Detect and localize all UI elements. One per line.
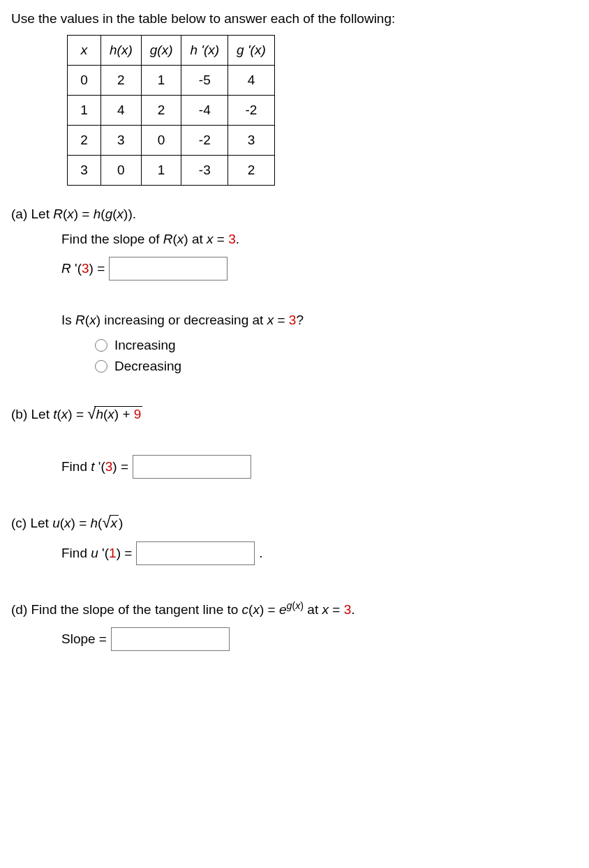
part-c-label: (c) Let: [11, 516, 52, 530]
table-cell: 1: [141, 66, 181, 96]
table-cell: 2: [68, 126, 101, 156]
table-cell: 2: [101, 66, 142, 96]
table-cell: 1: [141, 156, 181, 186]
radio-decreasing[interactable]: [95, 360, 107, 373]
period: .: [259, 546, 262, 561]
uprime1-input[interactable]: [136, 541, 255, 565]
radio-decreasing-label: Decreasing: [114, 359, 181, 374]
part-a-find: Find the slope of R(x) at x = 3.: [61, 232, 578, 247]
part-b-answer-row: Find t '(3) =: [61, 455, 578, 479]
table-cell: -2: [181, 126, 228, 156]
part-c: (c) Let u(x) = h(√x): [11, 514, 578, 532]
table-cell: -4: [181, 96, 228, 126]
table-cell: 0: [141, 126, 181, 156]
part-a-label: (a) Let: [11, 207, 53, 221]
table-cell: 4: [101, 96, 142, 126]
table-cell: 0: [68, 66, 101, 96]
table-cell: -3: [181, 156, 228, 186]
th-gprime: g '(x): [228, 36, 275, 66]
prompt-text: Use the values in the table below to ans…: [11, 11, 578, 27]
th-hprime: h '(x): [181, 36, 228, 66]
table-cell: 1: [68, 96, 101, 126]
table-cell: 3: [101, 126, 142, 156]
th-hx: h(x): [101, 36, 142, 66]
radio-increasing-row: Increasing: [95, 338, 578, 353]
part-a-incdec: Is R(x) increasing or decreasing at x = …: [61, 313, 578, 328]
table-header-row: x h(x) g(x) h '(x) g '(x): [68, 36, 275, 66]
part-d-answer-row: Slope =: [61, 627, 578, 651]
table-row: 021-54: [68, 66, 275, 96]
radio-increasing-label: Increasing: [114, 338, 176, 353]
table-cell: 0: [101, 156, 142, 186]
part-a-answer-row: R '(3) =: [61, 257, 578, 280]
table-cell: 2: [228, 156, 275, 186]
part-d: (d) Find the slope of the tangent line t…: [11, 600, 578, 618]
radio-decreasing-row: Decreasing: [95, 359, 578, 374]
part-b: (b) Let t(x) = √ h(x) + 9: [11, 405, 578, 423]
table-cell: 4: [228, 66, 275, 96]
part-a: (a) Let R(x) = h(g(x)).: [11, 207, 578, 222]
table-cell: 3: [228, 126, 275, 156]
table-row: 301-32: [68, 156, 275, 186]
table-cell: -5: [181, 66, 228, 96]
table-row: 142-4-2: [68, 96, 275, 126]
table-cell: 3: [68, 156, 101, 186]
part-b-label: (b) Let: [11, 407, 53, 421]
slope-input[interactable]: [111, 627, 230, 651]
part-c-answer-row: Find u '(1) = .: [61, 541, 578, 565]
table-row: 230-23: [68, 126, 275, 156]
th-gx: g(x): [141, 36, 181, 66]
tprime3-input[interactable]: [133, 455, 251, 479]
th-x: x: [68, 36, 101, 66]
data-table: x h(x) g(x) h '(x) g '(x) 021-54142-4-22…: [67, 35, 275, 186]
radio-increasing[interactable]: [95, 339, 107, 352]
table-cell: 2: [141, 96, 181, 126]
rprime3-input[interactable]: [109, 257, 228, 280]
table-cell: -2: [228, 96, 275, 126]
part-d-label: (d) Find the slope of the tangent line t…: [11, 602, 242, 617]
